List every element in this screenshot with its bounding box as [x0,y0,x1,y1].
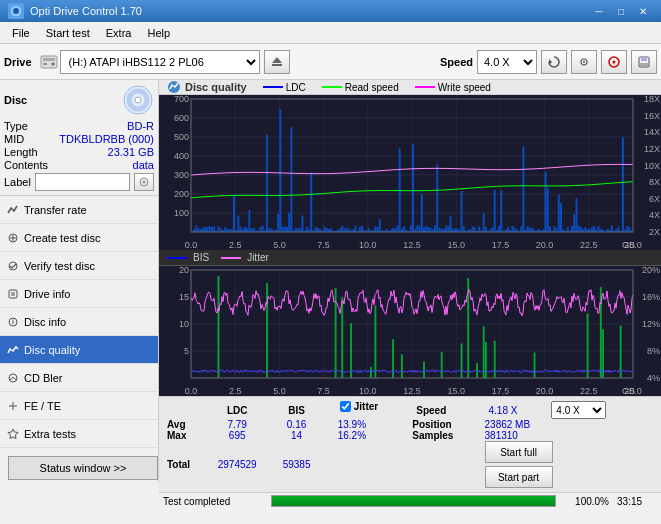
svg-rect-15 [640,63,648,66]
sidebar-item-cd-bler[interactable]: CD Bler [0,364,158,392]
sidebar-item-verify-test-disc[interactable]: Verify test disc [0,252,158,280]
total-bis: 59385 [271,441,321,488]
sidebar-item-fe-te[interactable]: FE / TE [0,392,158,420]
right-panel: Disc quality LDC Read speed Write speed [159,80,661,482]
svg-rect-2 [41,56,57,68]
start-full-button[interactable]: Start full [485,441,553,463]
type-label: Type [4,120,28,132]
status-text: Test completed [163,496,263,507]
max-ldc: 695 [203,430,271,441]
progress-time: 33:15 [617,496,657,507]
start-part-button[interactable]: Start part [485,466,553,488]
nav-label: Drive info [24,288,70,300]
menu-bar: File Start test Extra Help [0,22,661,44]
contents-value: data [133,159,154,171]
status-window-section: Status window >> [0,448,158,488]
contents-label: Contents [4,159,48,171]
sidebar-item-transfer-rate[interactable]: Transfer rate [0,196,158,224]
avg-bis: 0.16 [271,419,321,430]
speed-header: Speed [412,401,484,419]
svg-point-12 [613,60,616,63]
bis-color-swatch [167,257,187,259]
sidebar-item-create-test-disc[interactable]: Create test disc [0,224,158,252]
read-speed-color-swatch [322,86,342,88]
status-window-button[interactable]: Status window >> [8,456,158,480]
speed-label: Speed [440,56,473,68]
transfer-rate-icon [6,203,20,217]
sidebar-item-disc-quality[interactable]: Disc quality [0,336,158,364]
minimize-button[interactable]: ─ [589,2,609,20]
svg-rect-14 [641,57,647,61]
mid-label: MID [4,133,24,145]
nav-label: Extra tests [24,428,76,440]
position-label: Position [412,419,484,430]
legend-write-speed: Write speed [415,82,491,93]
menu-extra[interactable]: Extra [98,25,140,41]
toolbar: Drive (H:) ATAPI iHBS112 2 PL06 Speed 4.… [0,44,661,80]
max-jitter: 16.2% [338,430,413,441]
bottom-chart-header: BIS Jitter [159,250,661,266]
sidebar-item-disc-info[interactable]: Disc info [0,308,158,336]
nav-label: Verify test disc [24,260,95,272]
speed-value-header: 4.18 X [485,401,550,419]
save-button[interactable] [631,50,657,74]
sidebar-item-extra-tests[interactable]: Extra tests [0,420,158,448]
settings-button[interactable] [571,50,597,74]
menu-file[interactable]: File [4,25,38,41]
nav-items: Transfer rate Create test disc Verify te… [0,196,158,448]
chart-title-icon [167,80,181,94]
mid-value: TDKBLDRBB (000) [59,133,154,145]
refresh-button[interactable] [541,50,567,74]
maximize-button[interactable]: □ [611,2,631,20]
top-chart [159,95,661,250]
disc-quality-icon [6,343,20,357]
label-icon-button[interactable] [134,173,154,191]
jitter-checkbox[interactable] [340,401,351,412]
legend-bis: BIS [167,252,209,263]
jitter-header-cell: Jitter [338,401,413,412]
progress-area: Test completed 100.0% 33:15 [159,492,661,509]
svg-point-31 [12,319,13,320]
progress-bar-container [271,495,556,507]
total-ldc: 2974529 [203,441,271,488]
svg-rect-3 [43,58,55,61]
nav-label: CD Bler [24,372,63,384]
drive-select[interactable]: (H:) ATAPI iHBS112 2 PL06 [60,50,260,74]
extra-tests-icon [6,427,20,441]
fe-te-icon [6,399,20,413]
stats-bar: LDC BIS Jitter Speed 4.18 X 4.0 X [159,396,661,492]
speed-select-stats[interactable]: 4.0 X [551,401,606,419]
avg-jitter: 13.9% [338,419,413,430]
nav-label: Disc info [24,316,66,328]
sidebar-item-drive-info[interactable]: Drive info [0,280,158,308]
chart-header: Disc quality LDC Read speed Write speed [159,80,661,95]
max-bis: 14 [271,430,321,441]
svg-point-5 [51,62,54,65]
label-input[interactable] [35,173,130,191]
jitter-color-swatch [221,257,241,259]
create-disc-icon [6,231,20,245]
close-button[interactable]: ✕ [633,2,653,20]
drive-icon [40,53,58,71]
title-bar-left: Opti Drive Control 1.70 [8,3,142,19]
avg-ldc: 7.79 [203,419,271,430]
verify-icon [6,259,20,273]
disc-button[interactable] [601,50,627,74]
avg-label: Avg [167,419,203,430]
cd-bler-icon [6,371,20,385]
menu-help[interactable]: Help [139,25,178,41]
eject-button[interactable] [264,50,290,74]
write-speed-color-swatch [415,86,435,88]
ldc-header: LDC [203,401,271,419]
speed-select[interactable]: 4.0 X [477,50,537,74]
samples-value: 381310 [485,430,653,441]
title-bar-controls: ─ □ ✕ [589,2,653,20]
app-title: Opti Drive Control 1.70 [30,5,142,17]
menu-start-test[interactable]: Start test [38,25,98,41]
drive-label: Drive [4,56,32,68]
legend-ldc: LDC [263,82,306,93]
svg-marker-6 [272,57,282,63]
svg-point-10 [583,61,585,63]
progress-percent: 100.0% [564,496,609,507]
stats-table: LDC BIS Jitter Speed 4.18 X 4.0 X [167,401,653,488]
